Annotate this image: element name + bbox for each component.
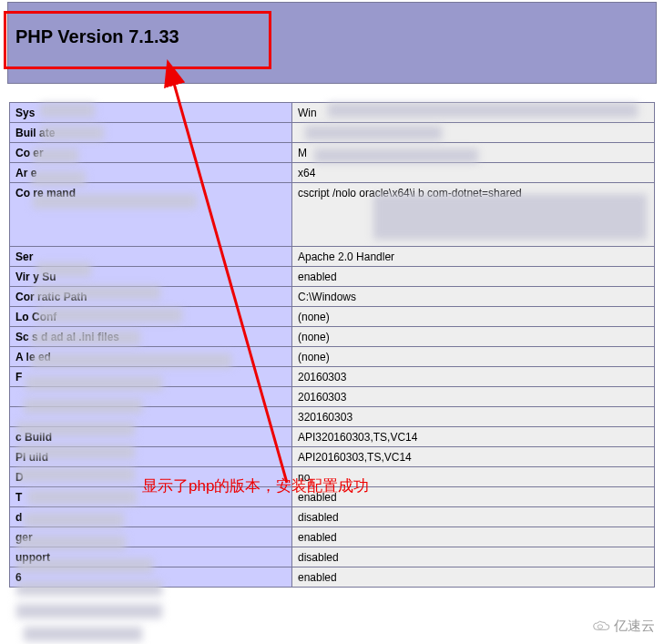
redaction <box>24 627 142 641</box>
phpinfo-header: PHP Version 7.1.33 <box>7 2 657 84</box>
config-key: d <box>10 507 292 527</box>
table-row: Vir y Suenabled <box>10 267 655 287</box>
config-value: (none) <box>292 347 655 367</box>
table-row: Cor ratic PathC:\Windows <box>10 287 655 307</box>
config-key: Lo Conf <box>10 307 292 327</box>
config-key: 6 <box>10 567 292 588</box>
config-key: Cor ratic Path <box>10 287 292 307</box>
table-row: 20160303 <box>10 387 655 407</box>
config-value: (none) <box>292 307 655 327</box>
table-row: F20160303 <box>10 367 655 387</box>
config-key: ger <box>10 527 292 547</box>
config-value: API320160303,TS,VC14 <box>292 427 655 447</box>
table-row: Buil ate <box>10 123 655 143</box>
redaction <box>16 604 162 618</box>
config-key: Buil ate <box>10 123 292 143</box>
table-row: Dno <box>10 467 655 487</box>
config-value: 320160303 <box>292 407 655 427</box>
table-row: 320160303 <box>10 407 655 427</box>
table-row: ddisabled <box>10 507 655 527</box>
table-row: Ar ex64 <box>10 163 655 183</box>
config-value: x64 <box>292 163 655 183</box>
config-value: M <box>292 143 655 163</box>
config-key <box>10 387 292 407</box>
config-key: Sys <box>10 103 292 123</box>
table-row: A le ed(none) <box>10 347 655 367</box>
config-key: Ar e <box>10 163 292 183</box>
php-version-title: PHP Version 7.1.33 <box>15 26 179 47</box>
table-row: SysWin <box>10 103 655 123</box>
config-key: PI uild <box>10 447 292 467</box>
config-value: 20160303 <box>292 367 655 387</box>
config-key: A le ed <box>10 347 292 367</box>
config-value: enabled <box>292 567 655 588</box>
config-key: Ser <box>10 247 292 267</box>
table-row: Lo Conf(none) <box>10 307 655 327</box>
watermark-text: 亿速云 <box>614 618 655 635</box>
watermark: 亿速云 <box>591 618 655 635</box>
config-value: enabled <box>292 267 655 287</box>
config-key: D <box>10 467 292 487</box>
table-row: gerenabled <box>10 527 655 547</box>
table-row: 6enabled <box>10 567 655 588</box>
config-key: upport <box>10 547 292 567</box>
config-key: F <box>10 367 292 387</box>
config-value: 20160303 <box>292 387 655 407</box>
table-row: Sc s d ad al .ini files(none) <box>10 327 655 347</box>
svg-point-2 <box>598 624 603 628</box>
config-key: Co er <box>10 143 292 163</box>
config-key <box>10 407 292 427</box>
config-key: Co re mand <box>10 183 292 247</box>
config-value: API20160303,TS,VC14 <box>292 447 655 467</box>
config-value: Apache 2.0 Handler <box>292 247 655 267</box>
config-value <box>292 123 655 143</box>
cloud-icon <box>591 619 611 634</box>
config-value: (none) <box>292 327 655 347</box>
config-value: disabled <box>292 507 655 527</box>
config-value: no <box>292 467 655 487</box>
config-key: T <box>10 487 292 507</box>
table-row: Co erM <box>10 143 655 163</box>
config-value: enabled <box>292 487 655 507</box>
table-row: Co re mandcscript /nolo oracle\x64\i b c… <box>10 183 655 247</box>
table-row: SerApache 2.0 Handler <box>10 247 655 267</box>
config-value: disabled <box>292 547 655 567</box>
config-key: Sc s d ad al .ini files <box>10 327 292 347</box>
config-value: C:\Windows <box>292 287 655 307</box>
table-row: c BuildAPI320160303,TS,VC14 <box>10 427 655 447</box>
table-row: Tenabled <box>10 487 655 507</box>
config-value: enabled <box>292 527 655 547</box>
table-row: upportdisabled <box>10 547 655 567</box>
config-key: Vir y Su <box>10 267 292 287</box>
config-value: cscript /nolo oracle\x64\i b com-dotnet=… <box>292 183 655 247</box>
config-value: Win <box>292 103 655 123</box>
phpinfo-table: SysWinBuil ateCo erMAr ex64Co re mandcsc… <box>9 102 655 588</box>
table-row: PI uildAPI20160303,TS,VC14 <box>10 447 655 467</box>
config-key: c Build <box>10 427 292 447</box>
